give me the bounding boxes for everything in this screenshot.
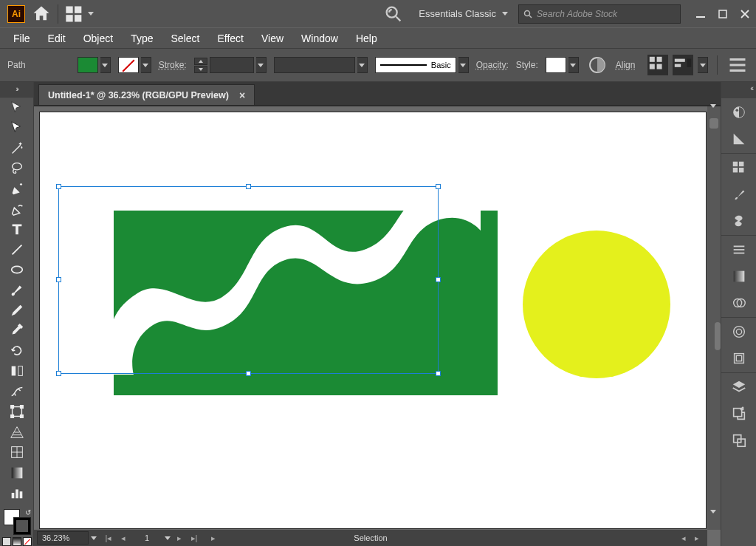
panel-menu-icon[interactable] bbox=[726, 54, 749, 76]
layers-panel[interactable] bbox=[728, 378, 750, 397]
window-maximize-button[interactable] bbox=[712, 6, 734, 22]
rotate-tool[interactable] bbox=[5, 341, 29, 361]
menu-type[interactable]: Type bbox=[122, 30, 162, 47]
close-tab-icon[interactable]: × bbox=[239, 89, 245, 101]
free-transform-tool[interactable] bbox=[5, 402, 29, 422]
magic-wand-tool[interactable] bbox=[5, 138, 29, 158]
artboards-panel[interactable] bbox=[728, 431, 750, 450]
last-artboard-icon[interactable]: ▸| bbox=[188, 532, 200, 544]
zoom-level-input[interactable]: 36.23% bbox=[37, 531, 89, 545]
svg-rect-56 bbox=[734, 354, 743, 364]
dock-collapse-icon[interactable]: ‹‹ bbox=[721, 82, 756, 98]
brushes-panel[interactable] bbox=[728, 185, 750, 204]
zoom-dropdown-icon[interactable] bbox=[91, 536, 97, 540]
window-close-button[interactable] bbox=[734, 6, 756, 22]
swatches-panel[interactable] bbox=[728, 158, 750, 177]
recolor-artwork-icon[interactable] bbox=[586, 54, 608, 76]
type-tool[interactable] bbox=[5, 219, 29, 239]
white-wave-shape[interactable] bbox=[93, 186, 503, 386]
fill-swatch[interactable] bbox=[78, 57, 98, 73]
hscroll-right-icon[interactable]: ▸ bbox=[691, 532, 703, 544]
canvas[interactable] bbox=[40, 112, 706, 528]
style-swatch[interactable] bbox=[546, 57, 566, 73]
menu-file[interactable]: File bbox=[4, 30, 39, 47]
window-minimize-button[interactable] bbox=[690, 6, 712, 22]
pen-tool[interactable] bbox=[5, 179, 29, 199]
svg-point-23 bbox=[12, 163, 21, 170]
graphic-style-picker[interactable] bbox=[546, 57, 579, 73]
pencil-tool[interactable] bbox=[5, 300, 29, 320]
graphic-styles-panel[interactable] bbox=[728, 349, 750, 368]
stroke-color-picker[interactable] bbox=[118, 57, 151, 73]
transparency-panel[interactable] bbox=[728, 293, 750, 313]
ellipse-tool[interactable] bbox=[5, 260, 29, 280]
swap-fill-stroke-icon[interactable]: ↺ bbox=[25, 508, 31, 516]
status-mode: Selection bbox=[354, 533, 387, 542]
column-graph-tool[interactable] bbox=[5, 482, 29, 502]
mesh-tool[interactable] bbox=[5, 443, 29, 463]
selection-tool[interactable] bbox=[5, 98, 29, 117]
hscroll-left-icon[interactable]: ◂ bbox=[678, 532, 690, 544]
color-panel[interactable] bbox=[728, 103, 750, 122]
width-tool[interactable] bbox=[5, 381, 29, 401]
handle-tl[interactable] bbox=[56, 184, 61, 189]
scroll-down-icon[interactable] bbox=[710, 513, 716, 527]
color-guide-panel[interactable] bbox=[728, 129, 750, 149]
fill-stroke-control[interactable]: ↺ bbox=[4, 509, 30, 534]
tools-collapse-icon[interactable]: ›› bbox=[0, 82, 33, 98]
scroll-up-icon[interactable] bbox=[710, 108, 716, 121]
variable-width-profile[interactable] bbox=[274, 57, 368, 73]
menu-effect[interactable]: Effect bbox=[208, 30, 252, 47]
menu-view[interactable]: View bbox=[252, 30, 292, 47]
stroke-box[interactable] bbox=[14, 518, 30, 534]
opacity-label: Opacity: bbox=[476, 60, 509, 70]
direct-selection-tool[interactable] bbox=[5, 117, 29, 137]
vertical-scrollbar[interactable] bbox=[707, 106, 721, 530]
eyedropper-tool[interactable] bbox=[5, 321, 29, 341]
document-tab[interactable]: Untitled-1* @ 36.23% (RGB/GPU Preview) × bbox=[38, 84, 255, 105]
perspective-grid-tool[interactable] bbox=[5, 422, 29, 442]
arrange-documents-icon[interactable] bbox=[64, 4, 94, 24]
next-artboard-icon[interactable]: ▸ bbox=[173, 532, 185, 544]
menu-help[interactable]: Help bbox=[347, 30, 386, 47]
appearance-panel[interactable] bbox=[728, 322, 750, 341]
align-label: Align bbox=[616, 60, 636, 70]
gradient-panel[interactable] bbox=[728, 267, 750, 286]
panel-resize-grip[interactable] bbox=[715, 322, 721, 350]
adobe-stock-search[interactable]: Search Adobe Stock bbox=[518, 4, 681, 24]
draw-mode-controls[interactable] bbox=[2, 537, 32, 546]
stroke-swatch-none[interactable] bbox=[118, 57, 139, 73]
artboard-number[interactable]: 1 bbox=[132, 533, 162, 542]
document-viewport[interactable]: 36.23% |◂ ◂ 1 ▸ ▸| Selection ▸ ◂ ▸ bbox=[34, 106, 721, 546]
status-play-icon[interactable]: ▸ bbox=[207, 532, 219, 544]
stroke-panel[interactable] bbox=[728, 240, 750, 259]
menu-object[interactable]: Object bbox=[75, 30, 122, 47]
lasso-tool[interactable] bbox=[5, 158, 29, 178]
line-segment-tool[interactable] bbox=[5, 239, 29, 259]
gradient-tool[interactable] bbox=[5, 463, 29, 482]
fill-color-picker[interactable] bbox=[78, 57, 111, 73]
handle-bl[interactable] bbox=[56, 371, 61, 376]
handle-ml[interactable] bbox=[56, 277, 61, 282]
menu-edit[interactable]: Edit bbox=[39, 30, 75, 47]
reflect-tool[interactable] bbox=[5, 361, 29, 381]
align-dropdown-icon[interactable] bbox=[698, 57, 708, 73]
menu-select[interactable]: Select bbox=[162, 30, 209, 47]
yellow-circle-shape[interactable] bbox=[523, 231, 670, 378]
paintbrush-tool[interactable] bbox=[5, 280, 29, 300]
stroke-weight-input[interactable] bbox=[194, 57, 267, 73]
brush-definition[interactable]: Basic bbox=[375, 57, 469, 73]
asset-export-panel[interactable] bbox=[728, 404, 750, 423]
align-options-icon[interactable] bbox=[647, 55, 668, 75]
first-artboard-icon[interactable]: |◂ bbox=[103, 532, 114, 544]
isolate-object-icon[interactable] bbox=[673, 55, 693, 75]
prev-artboard-icon[interactable]: ◂ bbox=[117, 532, 129, 544]
artboard-dropdown-icon[interactable] bbox=[165, 536, 171, 540]
symbols-panel[interactable] bbox=[728, 211, 750, 231]
curvature-tool[interactable] bbox=[5, 199, 29, 219]
search-icon[interactable] bbox=[383, 4, 404, 24]
brush-name: Basic bbox=[431, 61, 451, 69]
menu-window[interactable]: Window bbox=[292, 30, 347, 47]
workspace-switcher[interactable]: Essentials Classic bbox=[408, 4, 515, 24]
home-icon[interactable] bbox=[31, 4, 52, 24]
